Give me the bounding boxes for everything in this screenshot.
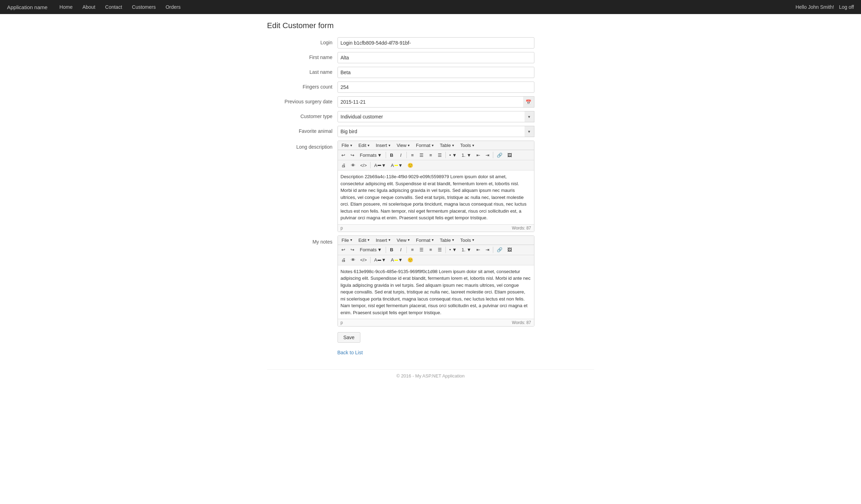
mynotes-outdent-btn[interactable]: ⇤	[474, 246, 482, 254]
mynotes-content[interactable]: Notes 613e998c-9cc6-485e-9135-969f9f0c1d…	[338, 265, 534, 319]
long-desc-element: p	[341, 226, 343, 231]
mynotes-link-btn[interactable]: 🔗	[495, 246, 505, 254]
surgery-label: Previous surgery date	[267, 96, 338, 104]
login-label: Login	[267, 37, 338, 45]
long-desc-menu-table[interactable]: Table▼	[437, 142, 457, 149]
long-desc-sep1	[386, 152, 386, 158]
mynotes-num-list-btn[interactable]: 1. ▼	[460, 246, 473, 254]
mynotes-menu-insert[interactable]: Insert▼	[373, 237, 393, 244]
surgery-input[interactable]	[338, 96, 534, 108]
long-desc-bullet-list-btn[interactable]: • ▼	[447, 151, 459, 159]
page-title: Edit Customer form	[267, 21, 594, 30]
long-desc-code-btn[interactable]: </>	[358, 161, 369, 169]
mynotes-print-btn[interactable]: 🖨	[339, 256, 348, 264]
mynotes-menu-table[interactable]: Table▼	[437, 237, 457, 244]
mynotes-preview-btn[interactable]: 👁	[349, 256, 358, 264]
customer-type-group: Customer type Individual customer Busine…	[267, 111, 594, 122]
mynotes-element: p	[341, 320, 343, 325]
fingers-input[interactable]	[338, 82, 534, 93]
long-desc-fontcolor-btn[interactable]: A▼	[372, 161, 388, 169]
long-desc-menu-tools[interactable]: Tools▼	[458, 142, 477, 149]
long-desc-bold-btn[interactable]: B	[387, 151, 396, 159]
mynotes-formats-btn[interactable]: Formats ▼	[358, 246, 385, 254]
long-desc-preview-btn[interactable]: 👁	[349, 161, 358, 169]
long-desc-menu-file[interactable]: File▼	[339, 142, 355, 149]
mynotes-emoji-btn[interactable]: 🙂	[405, 256, 415, 264]
long-desc-align-center-btn[interactable]: ☰	[417, 151, 426, 159]
long-desc-num-list-btn[interactable]: 1. ▼	[460, 151, 473, 159]
long-desc-align-right-btn[interactable]: ≡	[426, 151, 435, 159]
mynotes-undo-btn[interactable]: ↩	[339, 246, 348, 254]
mynotes-menu-tools[interactable]: Tools▼	[458, 237, 477, 244]
mynotes-menu-edit[interactable]: Edit▼	[356, 237, 372, 244]
fingers-label: Fingers count	[267, 82, 338, 90]
mynotes-sep4	[493, 247, 493, 253]
mynotes-editor: File▼ Edit▼ Insert▼ View▼ Format▼ Table▼…	[338, 235, 534, 327]
footer-text: © 2016 - My ASP.NET Application	[396, 373, 464, 379]
lastname-input[interactable]	[338, 67, 534, 78]
mynotes-menu-format[interactable]: Format▼	[413, 237, 437, 244]
nav-orders[interactable]: Orders	[161, 1, 186, 13]
mynotes-align-left-btn[interactable]: ≡	[408, 246, 417, 254]
firstname-input[interactable]	[338, 52, 534, 63]
back-to-list-link[interactable]: Back to List	[338, 350, 363, 355]
save-button[interactable]: Save	[338, 332, 361, 343]
long-desc-menu-format[interactable]: Format▼	[413, 142, 437, 149]
mynotes-image-btn[interactable]: 🖼	[505, 246, 514, 254]
long-desc-link-btn[interactable]: 🔗	[495, 151, 505, 159]
nav-customers[interactable]: Customers	[127, 1, 161, 13]
mynotes-indent-btn[interactable]: ⇥	[483, 246, 491, 254]
long-desc-outdent-btn[interactable]: ⇤	[474, 151, 482, 159]
mynotes-fontcolor-btn[interactable]: A▼	[372, 256, 388, 264]
nav-home[interactable]: Home	[54, 1, 77, 13]
login-group: Login	[267, 37, 594, 49]
long-desc-sep5	[370, 162, 371, 168]
firstname-label: First name	[267, 52, 338, 60]
mynotes-align-justify-btn[interactable]: ☰	[436, 246, 444, 254]
long-desc-align-justify-btn[interactable]: ☰	[436, 151, 444, 159]
long-desc-menu-insert[interactable]: Insert▼	[373, 142, 393, 149]
long-desc-align-left-btn[interactable]: ≡	[408, 151, 417, 159]
long-desc-toolbar1: ↩ ↪ Formats ▼ B I ≡ ☰ ≡ ☰ • ▼ 1. ▼ ⇤ ⇥ 🔗…	[338, 150, 534, 160]
long-desc-sep4	[493, 152, 493, 158]
long-desc-bgcolor-btn[interactable]: A▼	[389, 161, 405, 169]
mynotes-menu-view[interactable]: View▼	[394, 237, 413, 244]
logout-link[interactable]: Log off	[839, 4, 854, 10]
navbar-brand[interactable]: Application name	[7, 4, 47, 10]
mynotes-bold-btn[interactable]: B	[387, 246, 396, 254]
nav-about[interactable]: About	[77, 1, 100, 13]
mynotes-group: My notes File▼ Edit▼ Insert▼ View▼ Forma…	[267, 235, 594, 327]
long-desc-italic-btn[interactable]: I	[397, 151, 405, 159]
mynotes-italic-btn[interactable]: I	[397, 246, 405, 254]
long-desc-image-btn[interactable]: 🖼	[505, 151, 514, 159]
favorite-animal-group: Favorite animal Big bird Cat Dog ▼	[267, 126, 594, 137]
mynotes-bgcolor-btn[interactable]: A▼	[389, 256, 405, 264]
long-desc-content[interactable]: Description 22b69a4c-118e-4f9d-9029-e09f…	[338, 170, 534, 224]
long-desc-emoji-btn[interactable]: 🙂	[405, 161, 415, 169]
long-desc-group: Long description File▼ Edit▼ Insert▼ Vie…	[267, 141, 594, 232]
customer-type-select[interactable]: Individual customer Business customer	[338, 111, 534, 122]
mynotes-label: My notes	[267, 235, 338, 245]
mynotes-code-btn[interactable]: </>	[358, 256, 369, 264]
long-desc-redo-btn[interactable]: ↪	[348, 151, 357, 159]
long-desc-indent-btn[interactable]: ⇥	[483, 151, 491, 159]
long-desc-menu-edit[interactable]: Edit▼	[356, 142, 372, 149]
surgery-calendar-button[interactable]: 📅	[523, 96, 534, 108]
login-input[interactable]	[338, 37, 534, 49]
long-desc-formats-btn[interactable]: Formats ▼	[358, 151, 385, 159]
nav-contact[interactable]: Contact	[100, 1, 127, 13]
mynotes-align-center-btn[interactable]: ☰	[417, 246, 426, 254]
mynotes-align-right-btn[interactable]: ≡	[426, 246, 435, 254]
mynotes-bullet-list-btn[interactable]: • ▼	[447, 246, 459, 254]
favorite-animal-wrapper: Big bird Cat Dog ▼	[338, 126, 534, 137]
save-row: Save	[267, 332, 594, 343]
long-desc-undo-btn[interactable]: ↩	[339, 151, 348, 159]
mynotes-menu-file[interactable]: File▼	[339, 237, 355, 244]
navbar: Application name Home About Contact Cust…	[0, 0, 861, 14]
mynotes-redo-btn[interactable]: ↪	[348, 246, 357, 254]
long-desc-menu-view[interactable]: View▼	[394, 142, 413, 149]
firstname-group: First name	[267, 52, 594, 63]
long-desc-print-btn[interactable]: 🖨	[339, 161, 348, 169]
favorite-animal-select[interactable]: Big bird Cat Dog	[338, 126, 534, 137]
long-desc-menubar: File▼ Edit▼ Insert▼ View▼ Format▼ Table▼…	[338, 141, 534, 150]
